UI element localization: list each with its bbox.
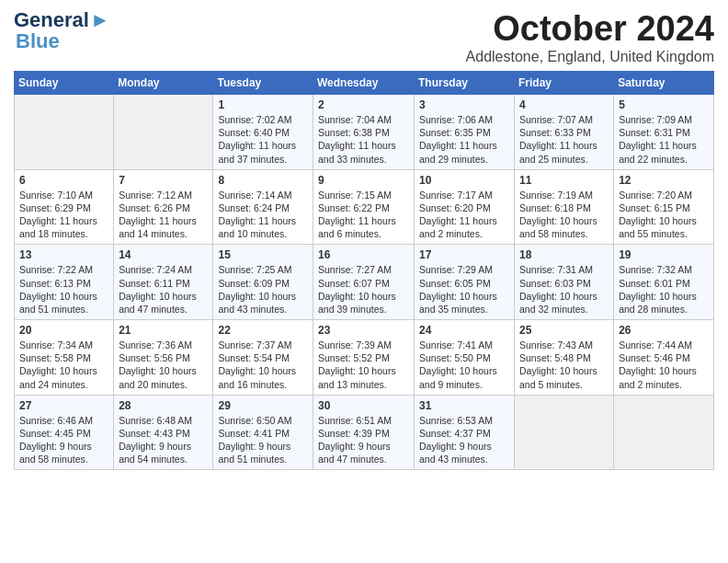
header-saturday: Saturday [614, 72, 714, 95]
header-wednesday: Wednesday [313, 72, 415, 95]
day-number: 3 [419, 98, 509, 111]
day-number: 25 [519, 324, 609, 337]
day-info: Sunrise: 7:04 AMSunset: 6:38 PMDaylight:… [318, 114, 396, 165]
day-info: Sunrise: 7:29 AMSunset: 6:05 PMDaylight:… [419, 264, 497, 315]
calendar-cell: 3Sunrise: 7:06 AMSunset: 6:35 PMDaylight… [415, 95, 515, 170]
day-number: 30 [318, 399, 409, 412]
calendar-cell: 1Sunrise: 7:02 AMSunset: 6:40 PMDaylight… [213, 95, 313, 170]
day-info: Sunrise: 7:10 AMSunset: 6:29 PMDaylight:… [19, 190, 97, 240]
calendar-week-5: 27Sunrise: 6:46 AMSunset: 4:45 PMDayligh… [15, 395, 714, 470]
logo: General► Blue [14, 9, 110, 53]
day-info: Sunrise: 7:32 AMSunset: 6:01 PMDaylight:… [619, 264, 697, 315]
day-number: 9 [318, 174, 409, 187]
calendar-cell: 10Sunrise: 7:17 AMSunset: 6:20 PMDayligh… [415, 169, 515, 245]
calendar-week-4: 20Sunrise: 7:34 AMSunset: 5:58 PMDayligh… [15, 320, 714, 396]
day-number: 20 [19, 324, 108, 337]
day-number: 12 [619, 174, 709, 187]
day-info: Sunrise: 7:17 AMSunset: 6:20 PMDaylight:… [419, 190, 497, 240]
calendar-cell: 30Sunrise: 6:51 AMSunset: 4:39 PMDayligh… [313, 395, 415, 470]
calendar-week-2: 6Sunrise: 7:10 AMSunset: 6:29 PMDaylight… [15, 169, 714, 245]
calendar-cell: 15Sunrise: 7:25 AMSunset: 6:09 PMDayligh… [213, 245, 313, 320]
day-number: 4 [519, 98, 609, 111]
day-number: 29 [218, 399, 308, 412]
title-block: October 2024 Addlestone, England, United… [466, 9, 714, 65]
calendar-cell: 2Sunrise: 7:04 AMSunset: 6:38 PMDaylight… [313, 95, 415, 170]
calendar-cell: 9Sunrise: 7:15 AMSunset: 6:22 PMDaylight… [313, 169, 415, 245]
day-number: 26 [619, 324, 709, 337]
logo-blue: Blue [16, 29, 60, 53]
calendar-cell: 23Sunrise: 7:39 AMSunset: 5:52 PMDayligh… [313, 320, 415, 396]
day-number: 18 [519, 248, 609, 261]
calendar-table: Sunday Monday Tuesday Wednesday Thursday… [14, 71, 714, 470]
day-number: 5 [619, 98, 709, 111]
calendar-cell: 14Sunrise: 7:24 AMSunset: 6:11 PMDayligh… [114, 245, 213, 320]
day-info: Sunrise: 7:09 AMSunset: 6:31 PMDaylight:… [619, 114, 697, 165]
day-info: Sunrise: 7:31 AMSunset: 6:03 PMDaylight:… [519, 264, 597, 315]
day-number: 7 [119, 174, 208, 187]
calendar-cell: 29Sunrise: 6:50 AMSunset: 4:41 PMDayligh… [213, 395, 313, 470]
day-number: 8 [218, 174, 308, 187]
day-info: Sunrise: 7:41 AMSunset: 5:50 PMDaylight:… [419, 339, 497, 390]
header-thursday: Thursday [415, 72, 515, 95]
location: Addlestone, England, United Kingdom [466, 49, 714, 65]
day-info: Sunrise: 7:20 AMSunset: 6:15 PMDaylight:… [619, 190, 697, 240]
day-info: Sunrise: 7:07 AMSunset: 6:33 PMDaylight:… [519, 114, 597, 165]
day-number: 19 [619, 248, 709, 261]
day-number: 16 [318, 248, 409, 261]
calendar-cell: 21Sunrise: 7:36 AMSunset: 5:56 PMDayligh… [114, 320, 213, 396]
day-info: Sunrise: 7:12 AMSunset: 6:26 PMDaylight:… [119, 190, 197, 240]
day-number: 15 [218, 248, 308, 261]
calendar-cell: 22Sunrise: 7:37 AMSunset: 5:54 PMDayligh… [213, 320, 313, 396]
day-info: Sunrise: 7:06 AMSunset: 6:35 PMDaylight:… [419, 114, 497, 165]
logo-text: General► [14, 9, 110, 31]
day-number: 11 [519, 174, 609, 187]
day-info: Sunrise: 6:46 AMSunset: 4:45 PMDaylight:… [19, 415, 93, 465]
day-info: Sunrise: 6:48 AMSunset: 4:43 PMDaylight:… [119, 415, 192, 465]
day-number: 31 [419, 399, 509, 412]
day-info: Sunrise: 6:53 AMSunset: 4:37 PMDaylight:… [419, 415, 493, 465]
calendar-cell: 4Sunrise: 7:07 AMSunset: 6:33 PMDaylight… [515, 95, 614, 170]
calendar-cell: 12Sunrise: 7:20 AMSunset: 6:15 PMDayligh… [614, 169, 714, 245]
day-info: Sunrise: 7:15 AMSunset: 6:22 PMDaylight:… [318, 190, 396, 240]
calendar-cell [15, 95, 114, 170]
calendar-cell: 11Sunrise: 7:19 AMSunset: 6:18 PMDayligh… [515, 169, 614, 245]
day-info: Sunrise: 7:25 AMSunset: 6:09 PMDaylight:… [218, 264, 296, 315]
day-info: Sunrise: 7:43 AMSunset: 5:48 PMDaylight:… [519, 339, 597, 390]
calendar-cell [114, 95, 213, 170]
day-info: Sunrise: 7:39 AMSunset: 5:52 PMDaylight:… [318, 339, 396, 390]
day-number: 27 [19, 399, 108, 412]
calendar-header-row: Sunday Monday Tuesday Wednesday Thursday… [15, 72, 714, 95]
calendar-cell: 8Sunrise: 7:14 AMSunset: 6:24 PMDaylight… [213, 169, 313, 245]
calendar-cell: 25Sunrise: 7:43 AMSunset: 5:48 PMDayligh… [515, 320, 614, 396]
header-tuesday: Tuesday [213, 72, 313, 95]
calendar-cell: 13Sunrise: 7:22 AMSunset: 6:13 PMDayligh… [15, 245, 114, 320]
day-info: Sunrise: 7:44 AMSunset: 5:46 PMDaylight:… [619, 339, 697, 390]
calendar-cell: 7Sunrise: 7:12 AMSunset: 6:26 PMDaylight… [114, 169, 213, 245]
day-number: 17 [419, 248, 509, 261]
calendar-week-1: 1Sunrise: 7:02 AMSunset: 6:40 PMDaylight… [15, 95, 714, 170]
day-info: Sunrise: 7:34 AMSunset: 5:58 PMDaylight:… [19, 339, 97, 390]
day-number: 6 [19, 174, 108, 187]
calendar-cell [614, 395, 714, 470]
day-number: 14 [119, 248, 208, 261]
day-number: 22 [218, 324, 308, 337]
day-info: Sunrise: 7:27 AMSunset: 6:07 PMDaylight:… [318, 264, 396, 315]
calendar-cell: 24Sunrise: 7:41 AMSunset: 5:50 PMDayligh… [415, 320, 515, 396]
day-info: Sunrise: 7:24 AMSunset: 6:11 PMDaylight:… [119, 264, 197, 315]
calendar-cell: 27Sunrise: 6:46 AMSunset: 4:45 PMDayligh… [15, 395, 114, 470]
day-number: 23 [318, 324, 409, 337]
day-info: Sunrise: 6:51 AMSunset: 4:39 PMDaylight:… [318, 415, 392, 465]
calendar-cell: 16Sunrise: 7:27 AMSunset: 6:07 PMDayligh… [313, 245, 415, 320]
calendar-cell: 17Sunrise: 7:29 AMSunset: 6:05 PMDayligh… [415, 245, 515, 320]
calendar-cell [515, 395, 614, 470]
day-number: 13 [19, 248, 108, 261]
day-number: 10 [419, 174, 509, 187]
calendar-cell: 6Sunrise: 7:10 AMSunset: 6:29 PMDaylight… [15, 169, 114, 245]
calendar-cell: 20Sunrise: 7:34 AMSunset: 5:58 PMDayligh… [15, 320, 114, 396]
calendar-cell: 18Sunrise: 7:31 AMSunset: 6:03 PMDayligh… [515, 245, 614, 320]
day-info: Sunrise: 7:37 AMSunset: 5:54 PMDaylight:… [218, 339, 296, 390]
header-sunday: Sunday [15, 72, 114, 95]
calendar-cell: 19Sunrise: 7:32 AMSunset: 6:01 PMDayligh… [614, 245, 714, 320]
calendar-week-3: 13Sunrise: 7:22 AMSunset: 6:13 PMDayligh… [15, 245, 714, 320]
day-number: 2 [318, 98, 409, 111]
